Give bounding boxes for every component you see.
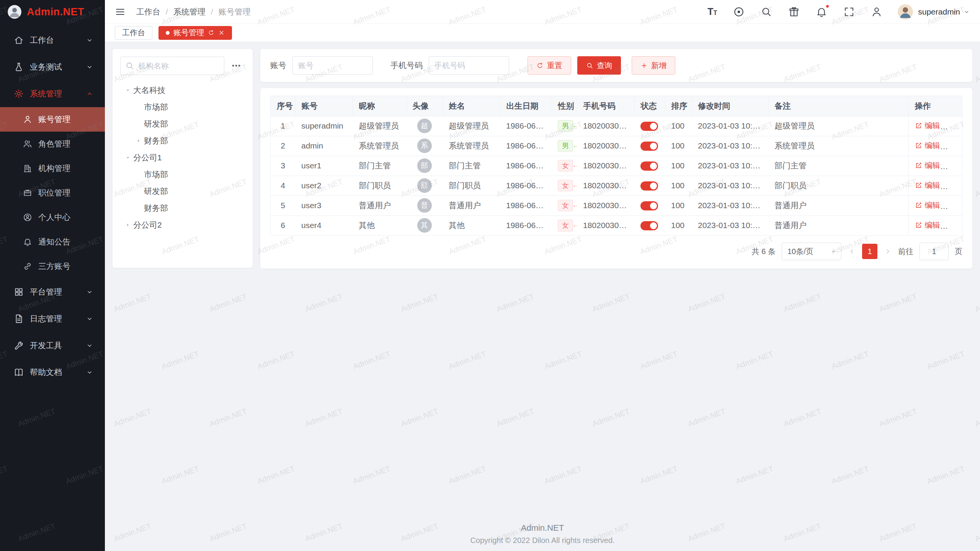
edit-button-label: 编辑 — [925, 180, 940, 191]
sidebar-subitem-1[interactable]: 角色管理 — [0, 132, 105, 156]
row-more-button[interactable]: ••• — [948, 164, 957, 170]
sidebar-item-1[interactable]: 业务测试 — [0, 54, 105, 80]
page-size-select[interactable]: 10条/页 — [782, 243, 841, 260]
sidebar-subitem-6[interactable]: 三方账号 — [0, 254, 105, 279]
status-toggle[interactable] — [640, 181, 658, 191]
prev-page-button[interactable] — [848, 247, 856, 256]
cell-gender: 男 — [552, 136, 577, 156]
edit-button[interactable]: 编辑 — [915, 180, 940, 191]
sidebar-item-0[interactable]: 工作台 — [0, 27, 105, 54]
row-more-button[interactable]: ••• — [948, 184, 957, 190]
sidebar-item-5[interactable]: 开发工具 — [0, 332, 105, 359]
tree-node-6[interactable]: 研发部 — [120, 183, 245, 200]
breadcrumb-item-workbench[interactable]: 工作台 — [136, 7, 160, 17]
sidebar-subitem-0[interactable]: 账号管理 — [0, 107, 105, 132]
cell-seq: 5 — [271, 196, 295, 215]
search-icon — [586, 62, 593, 69]
row-more-button[interactable]: ••• — [948, 124, 957, 130]
tree-node-7[interactable]: 财务部 — [120, 200, 245, 217]
status-toggle[interactable] — [640, 142, 658, 151]
search-icon — [125, 61, 134, 70]
sidebar-item-2[interactable]: 系统管理 — [0, 80, 105, 107]
sidebar: Admin.NET 工作台业务测试系统管理账号管理角色管理机构管理职位管理个人中… — [0, 0, 105, 551]
tree-node-2[interactable]: 研发部 — [120, 116, 245, 132]
cell-sort: 100 — [665, 136, 692, 156]
sidebar-subitem-4[interactable]: 个人中心 — [0, 205, 105, 230]
status-toggle[interactable] — [640, 221, 658, 230]
tree-node-3[interactable]: 财务部 — [120, 132, 245, 149]
link-icon — [23, 262, 32, 271]
sidebar-item-6[interactable]: 帮助文档 — [0, 359, 105, 386]
status-toggle[interactable] — [640, 122, 658, 131]
status-toggle[interactable] — [640, 161, 658, 171]
account-filter-input[interactable] — [292, 56, 373, 75]
sidebar-subitem-label: 机构管理 — [38, 163, 70, 174]
sidebar-subitem-3[interactable]: 职位管理 — [0, 181, 105, 205]
caret-down-icon[interactable] — [122, 154, 133, 161]
tree-node-4[interactable]: 分公司1 — [120, 149, 245, 166]
sidebar-item-label: 日志管理 — [30, 313, 62, 324]
search-icon[interactable] — [761, 6, 772, 18]
tab-refresh-icon[interactable] — [208, 29, 214, 36]
fullscreen-icon[interactable] — [843, 6, 855, 18]
edit-button[interactable]: 编辑 — [915, 220, 940, 230]
tree-node-5[interactable]: 市场部 — [120, 166, 245, 183]
column-header-4: 姓名 — [443, 96, 500, 116]
tree-more-button[interactable]: ••• — [228, 57, 245, 74]
toggle-knob — [650, 202, 657, 209]
caret-down-icon[interactable] — [122, 87, 133, 94]
edit-button-label: 编辑 — [925, 140, 940, 151]
filter-bar: 账号 手机号码 重置 查询 新增 — [260, 49, 972, 82]
profile-icon[interactable] — [871, 6, 882, 18]
theme-icon[interactable] — [788, 6, 800, 18]
cell-birthdate: 1986-06-28 — [500, 136, 552, 156]
edit-button-label: 编辑 — [925, 200, 940, 210]
menu-collapse-icon[interactable] — [115, 7, 126, 17]
query-button[interactable]: 查询 — [577, 56, 621, 75]
reset-button[interactable]: 重置 — [528, 56, 571, 75]
phone-filter-input[interactable] — [429, 56, 509, 75]
cell-seq: 2 — [271, 136, 295, 156]
sidebar-item-3[interactable]: 平台管理 — [0, 279, 105, 305]
chevron-down-icon — [963, 8, 970, 15]
tab-workbench[interactable]: 工作台 — [115, 26, 152, 40]
status-toggle[interactable] — [640, 201, 658, 210]
next-page-button[interactable] — [884, 247, 892, 256]
sidebar-subitem-2[interactable]: 机构管理 — [0, 156, 105, 181]
breadcrumb-item-system[interactable]: 系统管理 — [173, 7, 206, 17]
font-size-icon[interactable]: TT — [707, 7, 717, 16]
tree-node-label: 财务部 — [144, 135, 168, 146]
row-more-button[interactable]: ••• — [948, 144, 957, 150]
edit-button[interactable]: 编辑 — [915, 121, 940, 131]
notification-icon[interactable] — [816, 6, 827, 18]
edit-button[interactable]: 编辑 — [915, 160, 940, 171]
gender-tag: 男 — [558, 120, 573, 132]
cell-actions: 编辑••• — [908, 156, 962, 176]
sidebar-subitem-5[interactable]: 通知公告 — [0, 230, 105, 254]
caret-right-icon[interactable] — [133, 137, 144, 144]
tree-node-8[interactable]: 分公司2 — [120, 217, 245, 233]
goto-page-input[interactable] — [920, 243, 949, 260]
edit-icon — [915, 122, 922, 129]
breadcrumb-separator: / — [166, 7, 168, 16]
edit-button[interactable]: 编辑 — [915, 200, 940, 210]
caret-right-icon[interactable] — [122, 222, 133, 228]
user-menu[interactable]: superadmin — [918, 7, 970, 16]
sidebar-item-4[interactable]: 日志管理 — [0, 305, 105, 332]
tree-node-1[interactable]: 市场部 — [120, 99, 245, 116]
org-search-input[interactable] — [120, 57, 224, 75]
tab-active-dot — [166, 31, 170, 35]
row-more-button[interactable]: ••• — [948, 204, 957, 210]
cell-phone: 18020030720 — [577, 196, 634, 215]
cell-actions: 编辑••• — [908, 116, 962, 136]
tab-account-management[interactable]: 账号管理 — [158, 26, 232, 40]
edit-button[interactable]: 编辑 — [915, 140, 940, 151]
row-more-button[interactable]: ••• — [948, 223, 957, 230]
add-button[interactable]: 新增 — [632, 56, 675, 75]
avatar[interactable] — [898, 4, 913, 20]
color-dot-icon[interactable] — [733, 6, 745, 18]
tree-node-0[interactable]: 大名科技 — [120, 82, 245, 99]
tree-node-label: 市场部 — [144, 102, 168, 112]
current-page-button[interactable]: 1 — [862, 244, 877, 259]
tab-close-icon[interactable] — [218, 29, 225, 36]
